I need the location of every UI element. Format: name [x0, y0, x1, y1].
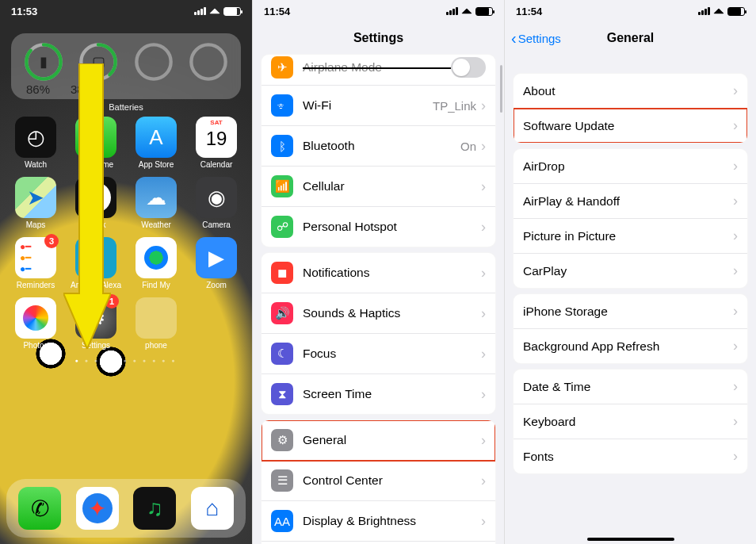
photos-icon: [23, 305, 48, 331]
chevron-right-icon: ›: [481, 219, 486, 236]
app-photos[interactable]: Photos: [6, 297, 65, 350]
status-time: 11:54: [264, 6, 290, 17]
status-bar: 11:54: [253, 0, 504, 22]
row-screentime[interactable]: ⧗ Screen Time ›: [262, 374, 495, 414]
row-fonts[interactable]: Fonts›: [514, 439, 747, 473]
battery-icon: [223, 7, 241, 16]
app-appstore[interactable]: AApp Store: [127, 117, 185, 169]
row-sounds[interactable]: 🔊 Sounds & Haptics ›: [262, 293, 495, 334]
general-icon: ⚙: [271, 429, 293, 451]
nav-title: Settings: [253, 22, 504, 54]
row-notifications[interactable]: ◼ Notifications ›: [262, 253, 495, 293]
nav-title: ‹Settings General: [505, 22, 756, 54]
dock-home[interactable]: ⌂: [191, 487, 234, 530]
page-indicator[interactable]: ● ● ● ● ● ● ● ● ● ● ●: [0, 358, 252, 363]
status-icons: [194, 7, 241, 16]
row-refresh[interactable]: Background App Refresh›: [514, 329, 747, 363]
app-clock[interactable]: ●Clock: [67, 177, 125, 229]
row-software-update[interactable]: Software Update›: [514, 109, 747, 143]
battery-icon: [475, 7, 493, 16]
chevron-right-icon: ›: [733, 303, 738, 320]
sounds-icon: 🔊: [271, 302, 293, 324]
safari-icon: ✦: [82, 493, 113, 523]
svg-point-5: [192, 44, 226, 79]
row-wifi[interactable]: ᯤ Wi-Fi TP_Link ›: [262, 86, 495, 126]
gear-icon: ⚙: [87, 306, 105, 331]
airplane-toggle[interactable]: [451, 57, 486, 78]
row-focus[interactable]: ☾ Focus ›: [262, 334, 495, 374]
wifi-icon: [209, 9, 220, 14]
app-findmy[interactable]: Find My: [127, 237, 185, 289]
app-weather[interactable]: ☁Weather: [127, 177, 185, 229]
row-datetime[interactable]: Date & Time›: [514, 370, 747, 404]
app-camera[interactable]: ◉Camera: [187, 177, 246, 229]
notifications-icon: ◼: [271, 262, 293, 284]
general-settings-screen: 11:54 ‹Settings General About› Software …: [504, 0, 756, 544]
chevron-right-icon: ›: [733, 378, 738, 395]
battery-pct-2: 38%: [62, 82, 103, 96]
settings-group-alerts: ◼ Notifications › 🔊 Sounds & Haptics › ☾…: [261, 252, 496, 415]
chevron-right-icon: ›: [733, 158, 738, 174]
general-group-1: About› Software Update›: [513, 73, 748, 144]
facetime-icon: ▶: [88, 125, 104, 150]
general-group-2: AirDrop› AirPlay & Handoff› Picture in P…: [513, 148, 748, 289]
chevron-right-icon: ›: [481, 346, 486, 362]
app-facetime[interactable]: ▶FaceTime: [67, 117, 125, 169]
row-keyboard[interactable]: Keyboard›: [514, 404, 747, 439]
status-time: 11:53: [11, 6, 37, 17]
row-airplay[interactable]: AirPlay & Handoff›: [514, 184, 747, 219]
battery-ring-empty-2: [188, 41, 229, 82]
dock-safari[interactable]: ✦: [76, 487, 119, 530]
status-bar: 11:54: [505, 0, 756, 22]
status-bar: 11:53: [0, 0, 252, 22]
app-settings[interactable]: 1⚙Settings: [67, 297, 125, 350]
row-cellular[interactable]: 📶 Cellular ›: [262, 167, 495, 207]
app-zoom[interactable]: ▶Zoom: [187, 237, 246, 289]
wifi-value: TP_Link: [433, 99, 476, 113]
row-airdrop[interactable]: AirDrop›: [514, 149, 747, 184]
row-hotspot[interactable]: ☍ Personal Hotspot ›: [262, 207, 495, 247]
app-alexa[interactable]: aAmazon Alexa: [67, 237, 125, 289]
back-button[interactable]: ‹Settings: [511, 30, 561, 46]
dock-phone[interactable]: ✆: [18, 487, 61, 530]
app-calendar[interactable]: SAT19Calendar: [187, 117, 246, 169]
row-airplane[interactable]: ✈ Airplane Mode: [262, 55, 495, 86]
display-icon: AA: [271, 510, 293, 532]
general-group-4: Date & Time› Keyboard› Fonts›: [513, 369, 748, 474]
chevron-right-icon: ›: [481, 265, 486, 282]
row-bluetooth[interactable]: ᛒ Bluetooth On ›: [262, 126, 495, 167]
row-pip[interactable]: Picture in Picture›: [514, 219, 747, 254]
dock-spotify[interactable]: ♫: [133, 487, 176, 530]
app-grid: ◴Watch ▶FaceTime AApp Store SAT19Calenda…: [6, 117, 246, 350]
bluetooth-icon: ᛒ: [271, 135, 293, 157]
row-carplay[interactable]: CarPlay›: [514, 254, 747, 288]
wifi-icon: [461, 9, 472, 14]
focus-icon: ☾: [271, 343, 293, 365]
app-reminders[interactable]: 3●━●━●━Reminders: [6, 237, 65, 289]
chevron-right-icon: ›: [481, 432, 486, 449]
wifi-icon: [713, 9, 724, 14]
row-display[interactable]: AA Display & Brightness ›: [262, 501, 495, 542]
status-time: 11:54: [516, 6, 542, 17]
chevron-right-icon: ›: [481, 386, 486, 403]
dock: ✆ ✦ ♫ ⌂: [6, 479, 246, 538]
svg-point-4: [136, 44, 170, 79]
row-about[interactable]: About›: [514, 74, 747, 109]
home-indicator[interactable]: [587, 538, 674, 541]
row-control-center[interactable]: ☰ Control Center ›: [262, 461, 495, 501]
row-storage[interactable]: iPhone Storage›: [514, 294, 747, 329]
chevron-right-icon: ›: [733, 338, 738, 354]
app-watch[interactable]: ◴Watch: [6, 117, 65, 169]
batteries-widget[interactable]: ▮ ▢ 86% 38%: [11, 33, 241, 99]
app-maps[interactable]: ➤Maps: [6, 177, 65, 229]
folder-phone[interactable]: phone: [127, 297, 185, 350]
status-icons: [446, 7, 493, 16]
widget-label: Batteries: [0, 102, 252, 112]
chevron-right-icon: ›: [481, 178, 486, 195]
chevron-right-icon: ›: [733, 193, 738, 209]
settings-badge: 1: [105, 294, 119, 308]
settings-group-connectivity: ✈ Airplane Mode ᯤ Wi-Fi TP_Link › ᛒ Blue…: [261, 54, 496, 247]
wifi-row-icon: ᯤ: [271, 94, 293, 117]
status-icons: [698, 7, 745, 16]
row-general[interactable]: ⚙ General ›: [262, 420, 495, 461]
